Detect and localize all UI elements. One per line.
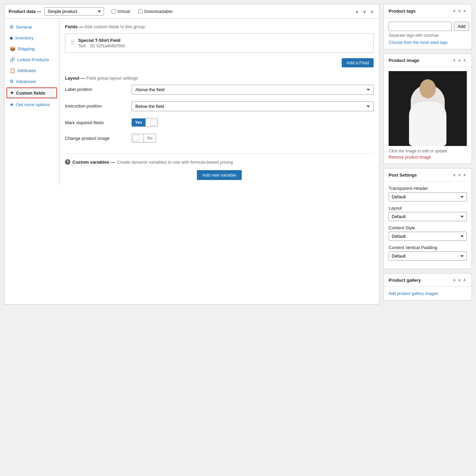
content-area: Fields — Add custom fields to this group… (60, 19, 379, 185)
product-gallery-collapse-button[interactable]: ∧ (462, 277, 467, 283)
custom-variables-section: ? Custom variables — Create dynamic vari… (65, 153, 374, 180)
sidebar-label-get-more-options: Get more options (16, 102, 50, 107)
sidebar-label-shipping: Shipping (17, 46, 35, 51)
product-gallery-title: Product gallery (389, 278, 421, 283)
toggle-no-knob[interactable] (132, 134, 144, 143)
product-image-arrows: ∧ ∨ ∧ (452, 57, 467, 63)
content-vertical-padding-label: Content Vertical Padding (389, 245, 467, 250)
field-item: ⠿ Special T-Shirt Field Text ID: 62f1a4b… (65, 33, 374, 53)
product-tags-down-button[interactable]: ∨ (457, 8, 462, 14)
custom-vars-title: ? Custom variables — Create dynamic vari… (65, 159, 374, 165)
product-image-up-button[interactable]: ∧ (452, 57, 457, 63)
linked-products-icon: 🔗 (10, 57, 15, 62)
product-image-collapse-button[interactable]: ∧ (462, 57, 467, 63)
layout-group: Layout Default (389, 206, 467, 221)
content-style-group: Content Style Default (389, 225, 467, 241)
add-variable-button[interactable]: Add new variable (197, 170, 242, 180)
tags-input[interactable] (389, 22, 452, 31)
mark-required-toggle[interactable]: Yes (132, 118, 374, 127)
field-name: Special T-Shirt Field (78, 38, 125, 43)
content-style-select[interactable]: Default (389, 232, 467, 241)
product-gallery-widget: Product gallery ∧ ∨ ∧ Add product galler… (384, 273, 472, 300)
toggle-no-inner (133, 135, 139, 141)
product-type-select[interactable]: Simple product Variable product Grouped … (45, 7, 104, 16)
tags-add-button[interactable]: Add (454, 22, 469, 31)
help-icon[interactable]: ? (65, 159, 70, 165)
sidebar-item-shipping[interactable]: 📦 Shipping (4, 43, 59, 54)
product-tags-arrows: ∧ ∨ ∧ (452, 8, 467, 14)
add-gallery-images-link[interactable]: Add product gallery images (389, 291, 438, 296)
virtual-label: Virtual: (117, 9, 131, 14)
product-tags-body: Add Separate tags with commas Choose fro… (384, 18, 472, 49)
field-meta: Text ID: 62f1a4b8b350d (78, 44, 125, 48)
add-field-wrapper: Add a Field (65, 55, 374, 67)
sidebar-label-general: General (16, 24, 32, 30)
post-settings-down-button[interactable]: ∨ (457, 172, 462, 178)
add-field-button[interactable]: Add a Field (342, 58, 374, 67)
product-data-header: Product data — Simple product Variable p… (4, 4, 379, 19)
toggle-knob[interactable] (146, 118, 158, 127)
product-image-title: Product image (389, 58, 419, 63)
product-image-down-button[interactable]: ∨ (457, 57, 462, 63)
product-tags-header: Product tags ∧ ∨ ∧ (384, 4, 472, 18)
shipping-icon: 📦 (10, 46, 15, 51)
collapse-all-button[interactable]: ∧ (369, 8, 375, 15)
transparent-header-label: Transparent Header (389, 186, 467, 191)
content-style-label: Content Style (389, 225, 467, 230)
field-type: Text (78, 44, 86, 48)
fields-section-subtitle: Add custom fields to this group. (84, 24, 146, 29)
collapse-up-button[interactable]: ∧ (354, 8, 360, 15)
shirt-layer (409, 102, 446, 146)
sidebar-item-general[interactable]: ⚙ General (4, 21, 59, 32)
sidebar-item-attributes[interactable]: 📋 Attributes (4, 65, 59, 76)
post-settings-header: Post Settings ∧ ∨ ∧ (384, 168, 472, 182)
product-gallery-down-button[interactable]: ∨ (457, 277, 462, 283)
post-settings-body: Transparent Header Default Layout Defaul… (384, 182, 472, 269)
sidebar-item-custom-fields[interactable]: ✦ Custom fields (6, 87, 57, 98)
post-settings-collapse-button[interactable]: ∧ (462, 172, 467, 178)
product-tags-collapse-button[interactable]: ∧ (462, 8, 467, 14)
sidebar-item-linked-products[interactable]: 🔗 Linked Products (4, 54, 59, 65)
product-data-body: ⚙ General ◆ Inventory 📦 Shipping 🔗 Linke… (4, 19, 379, 185)
advanced-icon: ⚙ (10, 79, 14, 84)
layout-label: Layout (389, 206, 467, 211)
instruction-position-select[interactable]: Below the field Above the field (132, 101, 374, 111)
layout-section: Layout — Field group layout settings Lab… (65, 76, 374, 143)
transparent-header-select[interactable]: Default (389, 192, 467, 201)
layout-select[interactable]: Default (389, 212, 467, 221)
post-settings-arrows: ∧ ∨ ∧ (452, 172, 467, 178)
choose-tags-link[interactable]: Choose from the most used tags (389, 40, 447, 45)
inventory-icon: ◆ (10, 35, 13, 40)
product-gallery-up-button[interactable]: ∧ (452, 277, 457, 283)
product-gallery-body: Add product gallery images (384, 287, 472, 300)
label-position-control: Above the field Below the field Left of … (132, 85, 374, 95)
product-image[interactable] (389, 71, 467, 146)
toggle-yes-button[interactable]: Yes (132, 118, 146, 127)
virtual-checkbox[interactable] (112, 9, 116, 14)
product-image-widget: Product image ∧ ∨ ∧ Click the image to e… (384, 53, 472, 164)
label-position-row: Label position Above the field Below the… (65, 85, 374, 95)
label-position-label: Label position (65, 85, 126, 92)
sidebar-item-advanced[interactable]: ⚙ Advanced (4, 76, 59, 87)
sidebar-item-inventory[interactable]: ◆ Inventory (4, 32, 59, 43)
tags-input-row: Add (389, 22, 467, 31)
downloadable-checkbox[interactable] (138, 9, 143, 14)
product-gallery-header: Product gallery ∧ ∨ ∧ (384, 274, 472, 287)
drag-handle-icon[interactable]: ⠿ (71, 40, 75, 46)
product-data-panel: Product data — Simple product Variable p… (4, 4, 379, 305)
image-hint: Click the image to edit or update (389, 149, 467, 153)
instruction-position-label: Instruction position (65, 101, 126, 109)
layout-section-title: Layout — Field group layout settings (65, 76, 374, 81)
sidebar-label-advanced: Advanced (16, 79, 36, 84)
collapse-down-button[interactable]: ∨ (361, 8, 368, 15)
mark-required-label: Mark required fields (65, 118, 126, 125)
content-vertical-padding-select[interactable]: Default (389, 251, 467, 261)
post-settings-up-button[interactable]: ∧ (452, 172, 457, 178)
sidebar-item-get-more-options[interactable]: ★ Get more options (4, 99, 59, 110)
label-position-select[interactable]: Above the field Below the field Left of … (132, 85, 374, 95)
product-tags-up-button[interactable]: ∧ (452, 8, 457, 14)
content-vertical-padding-group: Content Vertical Padding Default (389, 245, 467, 261)
fields-section-title: Fields — Add custom fields to this group… (65, 24, 374, 29)
remove-image-link[interactable]: Remove product image (389, 155, 467, 160)
change-image-toggle[interactable]: No (132, 134, 374, 143)
